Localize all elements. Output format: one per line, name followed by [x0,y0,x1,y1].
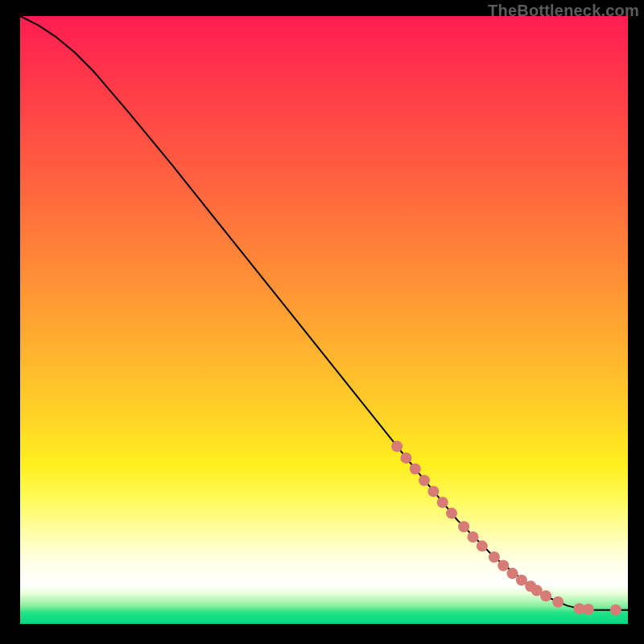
data-marker [507,568,518,579]
data-marker [419,475,430,486]
data-marker [477,540,488,551]
data-marker [497,560,509,572]
data-marker [400,452,411,464]
data-marker [446,508,457,519]
chart-stage: TheBottleneck.com [0,0,644,644]
data-marker [610,605,621,616]
data-markers-group [391,441,621,616]
data-marker [552,597,564,608]
data-marker [489,551,500,563]
data-marker [410,463,421,474]
chart-overlay [20,16,628,624]
data-marker [391,441,402,452]
data-marker [583,604,594,615]
data-marker [427,485,439,497]
data-marker [540,590,551,601]
plot-area [20,16,628,624]
data-marker [437,497,448,508]
bottleneck-curve [20,16,628,610]
data-marker [467,531,478,543]
data-marker [458,521,469,532]
